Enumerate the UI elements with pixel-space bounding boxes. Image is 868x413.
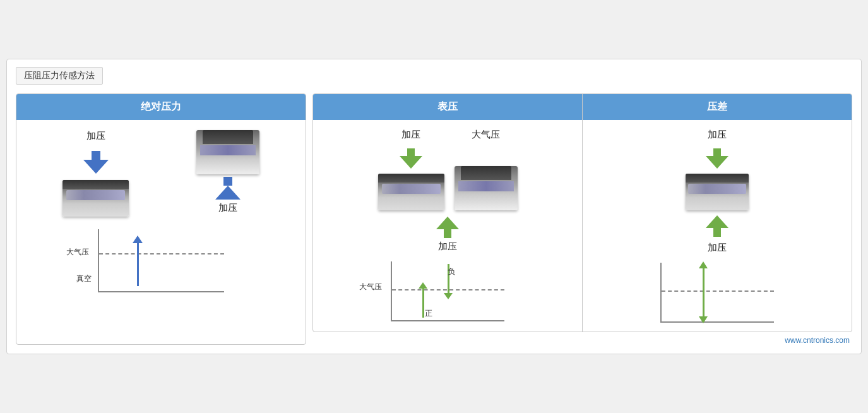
main-content: 绝对压力 加压 bbox=[16, 93, 852, 345]
blue-up-arrow bbox=[215, 177, 241, 200]
gauge-atm-top-label: 大气压 bbox=[472, 129, 500, 141]
blue-up-arrow-head bbox=[215, 186, 241, 200]
blue-up-arrow-stem bbox=[223, 177, 232, 186]
green-down-head bbox=[400, 156, 422, 169]
abs-chart-vacuum-label: 真空 bbox=[76, 273, 92, 284]
gauge-chart-down-head bbox=[444, 293, 453, 299]
gauge-sensor-left bbox=[378, 174, 444, 210]
green-down-arrow-gauge bbox=[400, 148, 422, 169]
absolute-pressure-body: 加压 加压 bbox=[16, 120, 306, 302]
green-down-stem bbox=[407, 148, 415, 156]
diff-sensor bbox=[686, 174, 749, 210]
differential-header: 压差 bbox=[583, 94, 852, 120]
gauge-chart-atm-label: 大气压 bbox=[359, 282, 382, 292]
abs-sensor-device-left bbox=[62, 180, 129, 217]
abs-pressure-top-label: 加压 bbox=[86, 130, 105, 142]
blue-down-arrow-head bbox=[83, 160, 109, 174]
abs-chart-atm-label: 大气压 bbox=[66, 247, 89, 258]
gauge-chart: 大气压 bbox=[391, 261, 504, 321]
diff-pressure-bottom-label: 加压 bbox=[708, 242, 727, 254]
watermark: www.cntronics.com bbox=[312, 336, 852, 345]
page-wrapper: 压阻压力传感方法 绝对压力 加压 bbox=[6, 59, 862, 354]
gauge-diff-container: 表压 加压 bbox=[312, 93, 852, 332]
abs-chart: 大气压 真空 bbox=[98, 229, 224, 292]
abs-right-device: 加压 bbox=[196, 130, 259, 217]
gauge-body: 加压 大气压 bbox=[313, 120, 582, 332]
abs-sensor-device-right bbox=[196, 130, 259, 174]
blue-down-arrow-stem bbox=[92, 151, 100, 160]
absolute-pressure-panel: 绝对压力 加压 bbox=[16, 93, 306, 345]
green-down-stem-diff bbox=[713, 148, 721, 156]
green-down-arrow-diff bbox=[706, 148, 728, 169]
right-panels: 表压 加压 bbox=[312, 93, 852, 345]
diff-double-arrow-container bbox=[703, 268, 705, 317]
page-title: 压阻压力传感方法 bbox=[16, 67, 103, 85]
gauge-chart-up-stem bbox=[422, 289, 424, 318]
green-up-head-diff bbox=[706, 215, 728, 228]
abs-chart-blue-arrow bbox=[137, 242, 139, 286]
gauge-pressure-top-label: 加压 bbox=[401, 129, 420, 141]
gauge-neg-label: 负 bbox=[448, 266, 455, 277]
diff-chart bbox=[660, 263, 774, 323]
gauge-sensor-right bbox=[455, 166, 518, 210]
abs-chart-dotted-line bbox=[99, 253, 224, 254]
abs-pressure-bottom-label: 加压 bbox=[218, 202, 237, 214]
green-down-head-diff bbox=[706, 156, 728, 169]
green-up-arrow-diff bbox=[706, 215, 728, 237]
gauge-pressure-section: 表压 加压 bbox=[313, 94, 583, 332]
gauge-left-device: 加压 bbox=[378, 129, 444, 210]
absolute-pressure-header: 绝对压力 bbox=[16, 94, 306, 120]
gauge-pos-label: 正 bbox=[425, 308, 432, 319]
diff-top-device: 加压 加压 bbox=[686, 129, 749, 256]
green-up-stem-gauge bbox=[444, 229, 451, 238]
gauge-device-pair: 加压 大气压 bbox=[378, 129, 518, 210]
green-up-arrow-gauge-bottom bbox=[436, 217, 459, 238]
gauge-pressure-bottom-label: 加压 bbox=[438, 241, 457, 253]
green-up-head-gauge bbox=[436, 217, 459, 229]
gauge-right-device: 大气压 bbox=[455, 129, 518, 210]
gauge-pressure-header: 表压 bbox=[313, 94, 582, 120]
gauge-chart-up-head bbox=[419, 282, 427, 289]
diff-pressure-top-label: 加压 bbox=[708, 129, 727, 141]
blue-down-arrow bbox=[83, 151, 109, 174]
abs-devices-row: 加压 加压 bbox=[29, 130, 293, 217]
abs-left-device: 加压 bbox=[62, 130, 129, 217]
green-up-stem-diff bbox=[713, 228, 721, 237]
diff-double-arrow bbox=[703, 268, 705, 317]
diff-chart-dotted bbox=[662, 290, 774, 292]
differential-section: 压差 加压 bbox=[583, 94, 852, 332]
differential-body: 加压 加压 bbox=[583, 120, 852, 332]
